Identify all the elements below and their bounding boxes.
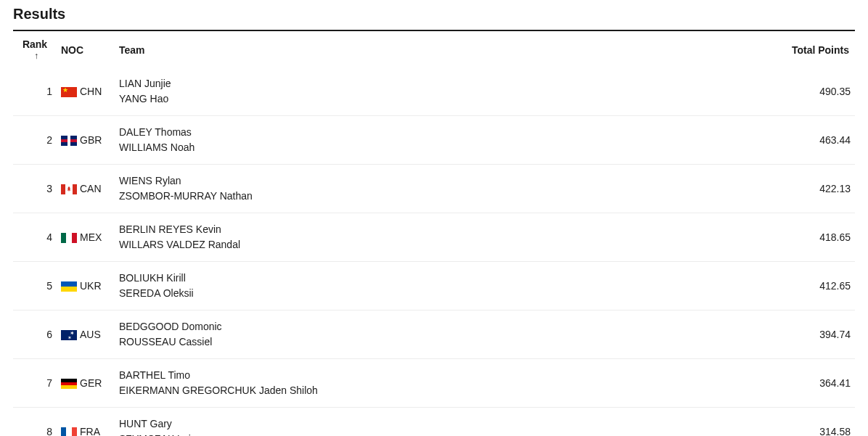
cell-noc: GER — [57, 359, 115, 408]
cell-team: DALEY ThomasWILLIAMS Noah — [115, 116, 768, 165]
team-member: WILLIAMS Noah — [119, 140, 763, 155]
cell-noc: UKR — [57, 262, 115, 310]
table-row[interactable]: 5UKRBOLIUKH KirillSEREDA Oleksii412.65 — [13, 262, 855, 310]
noc-code: AUS — [80, 329, 101, 341]
cell-points: 490.35 — [768, 67, 855, 116]
cell-points: 394.74 — [768, 310, 855, 359]
flag-icon — [61, 379, 77, 389]
flag-icon — [61, 184, 77, 194]
flag-icon — [61, 330, 77, 340]
table-row[interactable]: 2GBRDALEY ThomasWILLIAMS Noah463.44 — [13, 116, 855, 165]
team-member: SZYMCZAK Lois — [119, 432, 763, 436]
cell-points: 412.65 — [768, 262, 855, 310]
team-member: WILLARS VALDEZ Randal — [119, 237, 763, 252]
cell-points: 422.13 — [768, 165, 855, 213]
col-points[interactable]: Total Points — [768, 36, 855, 67]
cell-team: BEDGGOOD DomonicROUSSEAU Cassiel — [115, 310, 768, 359]
team-member: WIENS Rylan — [119, 173, 763, 189]
cell-rank: 5 — [13, 262, 57, 310]
team-member: YANG Hao — [119, 91, 763, 107]
cell-points: 418.65 — [768, 213, 855, 262]
team-member: ZSOMBOR-MURRAY Nathan — [119, 189, 763, 204]
noc-code: GER — [80, 378, 102, 390]
table-row[interactable]: 3CANWIENS RylanZSOMBOR-MURRAY Nathan422.… — [13, 165, 855, 213]
cell-noc: GBR — [57, 116, 115, 165]
cell-rank: 2 — [13, 116, 57, 165]
cell-rank: 7 — [13, 359, 57, 408]
flag-icon — [61, 233, 77, 243]
team-member: BERLIN REYES Kevin — [119, 222, 763, 237]
table-row[interactable]: 6AUSBEDGGOOD DomonicROUSSEAU Cassiel394.… — [13, 310, 855, 359]
cell-noc: MEX — [57, 213, 115, 262]
noc-code: FRA — [80, 427, 100, 436]
cell-noc: CAN — [57, 165, 115, 213]
flag-icon — [61, 136, 77, 146]
cell-noc: FRA — [57, 408, 115, 437]
noc-code: CAN — [80, 184, 102, 195]
section-title: Results — [13, 6, 855, 22]
cell-rank: 8 — [13, 408, 57, 437]
team-member: DALEY Thomas — [119, 125, 763, 140]
noc-code: GBR — [80, 135, 102, 147]
cell-points: 364.41 — [768, 359, 855, 408]
noc-code: UKR — [80, 281, 102, 292]
table-row[interactable]: 8FRAHUNT GarySZYMCZAK Lois314.58 — [13, 408, 855, 437]
team-member: BEDGGOOD Domonic — [119, 319, 763, 334]
cell-team: BARTHEL TimoEIKERMANN GREGORCHUK Jaden S… — [115, 359, 768, 408]
team-member: LIAN Junjie — [119, 76, 763, 91]
table-header-row: Rank ↑ NOC Team Total Points — [13, 36, 855, 67]
col-rank-label: Rank — [22, 38, 47, 50]
team-member: EIKERMANN GREGORCHUK Jaden Shiloh — [119, 383, 763, 398]
cell-team: WIENS RylanZSOMBOR-MURRAY Nathan — [115, 165, 768, 213]
table-row[interactable]: 7GERBARTHEL TimoEIKERMANN GREGORCHUK Jad… — [13, 359, 855, 408]
table-row[interactable]: 4MEXBERLIN REYES KevinWILLARS VALDEZ Ran… — [13, 213, 855, 262]
col-rank[interactable]: Rank ↑ — [13, 36, 57, 67]
team-member: HUNT Gary — [119, 416, 763, 432]
results-table: Rank ↑ NOC Team Total Points 1CHNLIAN Ju… — [13, 36, 855, 436]
cell-points: 314.58 — [768, 408, 855, 437]
cell-points: 463.44 — [768, 116, 855, 165]
noc-code: CHN — [80, 86, 102, 98]
noc-code: MEX — [80, 232, 102, 244]
team-member: SEREDA Oleksii — [119, 286, 763, 301]
flag-icon — [61, 87, 77, 97]
cell-rank: 3 — [13, 165, 57, 213]
cell-rank: 6 — [13, 310, 57, 359]
cell-team: LIAN JunjieYANG Hao — [115, 67, 768, 116]
cell-noc: AUS — [57, 310, 115, 359]
title-divider — [13, 30, 855, 31]
cell-team: BOLIUKH KirillSEREDA Oleksii — [115, 262, 768, 310]
flag-icon — [61, 427, 77, 436]
team-member: BARTHEL Timo — [119, 368, 763, 383]
col-team[interactable]: Team — [115, 36, 768, 67]
col-noc[interactable]: NOC — [57, 36, 115, 67]
sort-asc-icon: ↑ — [34, 52, 38, 60]
team-member: ROUSSEAU Cassiel — [119, 334, 763, 350]
team-member: BOLIUKH Kirill — [119, 271, 763, 286]
cell-team: HUNT GarySZYMCZAK Lois — [115, 408, 768, 437]
cell-rank: 4 — [13, 213, 57, 262]
cell-rank: 1 — [13, 67, 57, 116]
cell-noc: CHN — [57, 67, 115, 116]
cell-team: BERLIN REYES KevinWILLARS VALDEZ Randal — [115, 213, 768, 262]
table-row[interactable]: 1CHNLIAN JunjieYANG Hao490.35 — [13, 67, 855, 116]
flag-icon — [61, 281, 77, 292]
